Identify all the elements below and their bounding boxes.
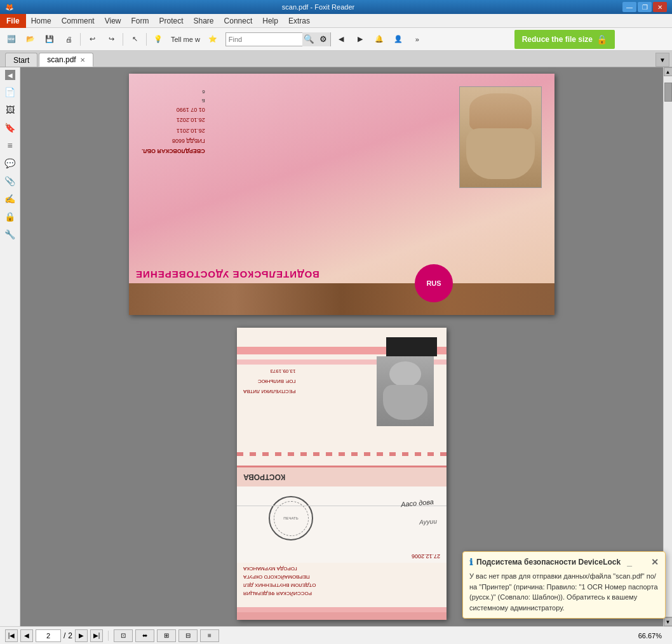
alert-btn[interactable]: 🔔 (370, 30, 388, 48)
actual-size-btn[interactable]: ⊞ (157, 629, 176, 642)
search-input[interactable] (226, 36, 302, 43)
tab-start-label: Start (13, 56, 29, 65)
search-options-btn[interactable]: ⚙ (316, 32, 330, 46)
sidebar-thumbnail-btn[interactable]: 🖼 (2, 102, 18, 118)
title-bar: 🦊 scan.pdf - Foxit Reader — ❐ ✕ (0, 0, 672, 14)
passport-date: 27.12.2006 (412, 553, 440, 560)
info-icon: ℹ (469, 557, 473, 567)
two-page-btn[interactable]: ⊟ (178, 629, 198, 642)
page-separator: / (64, 631, 65, 640)
prev-page-btn[interactable]: ◀ (20, 629, 33, 642)
fit-page-btn[interactable]: ⊡ (114, 629, 133, 642)
connect-menu[interactable]: Connect (219, 14, 258, 28)
restore-button[interactable]: ❐ (638, 2, 652, 12)
menu-bar: File Home Comment View Form Protect Shar… (0, 14, 672, 28)
protect-menu[interactable]: Protect (154, 14, 189, 28)
favorite-btn[interactable]: ⭐ (204, 30, 222, 48)
undo-btn[interactable]: ↩ (83, 30, 101, 48)
sidebar-attach-btn[interactable]: 📎 (2, 173, 18, 189)
page-2: РЕСПУБЛИКИ ЛИТВА ГОР. ВИЛЬНЮС 13.09.1973… (237, 328, 447, 620)
passport-text-lines: РЕСПУБЛИКИ ЛИТВА ГОР. ВИЛЬНЮС 13.09.1973 (243, 366, 295, 396)
tell-me-icon: 💡 (149, 30, 167, 48)
search-box[interactable]: 🔍 ⚙ (225, 32, 331, 46)
view-menu[interactable]: View (100, 14, 126, 28)
title-bar-controls: — ❐ ✕ (622, 2, 667, 12)
tab-dropdown-btn[interactable]: ▼ (655, 53, 669, 67)
id-card-image: СВЕРДЛОВСКАЯ ОБЛ. ГИБДД 6608 26.10.2011 … (129, 74, 554, 315)
prev-result-btn[interactable]: ◀ (332, 30, 350, 48)
passport-city: ГОРОДА МУРМАНСКА (243, 566, 297, 572)
toolbar-sep2 (123, 33, 123, 46)
left-sidebar: ◀ 📄 🖼 🔖 ≡ 💬 📎 ✍ 🔒 🔧 (0, 67, 20, 626)
print-btn[interactable]: 🖨 (60, 30, 77, 48)
sidebar-layers-btn[interactable]: ≡ (2, 137, 18, 154)
comment-menu[interactable]: Comment (57, 14, 100, 28)
passport-district: ПЕРВОМАЙСКОГО ОКРУГА (243, 574, 310, 580)
help-menu[interactable]: Help (257, 14, 283, 28)
home-menu[interactable]: Home (26, 14, 57, 28)
fit-width-btn[interactable]: ⬌ (135, 629, 154, 642)
scroll-track (664, 76, 673, 617)
notification-body: У вас нет прав для отправки данных/файла… (469, 571, 659, 613)
form-menu[interactable]: Form (126, 14, 154, 28)
sidebar-security-btn[interactable]: 🔒 (2, 208, 18, 225)
title-bar-left: 🦊 (5, 3, 14, 11)
scroll-up-btn[interactable]: ▲ (664, 67, 673, 76)
tab-close-icon[interactable]: ✕ (80, 57, 85, 64)
notification-close-btn[interactable]: ✕ (651, 557, 659, 567)
sidebar-tools-btn[interactable]: 🔧 (2, 226, 18, 243)
redo-btn[interactable]: ↪ (102, 30, 120, 48)
close-button[interactable]: ✕ (653, 2, 667, 12)
passport-photo (377, 356, 434, 426)
notification-popup: ℹ Подсистема безопасности DeviceLock _ ✕… (462, 551, 666, 619)
next-page-btn[interactable]: ▶ (75, 629, 88, 642)
scroll-thumb[interactable] (664, 83, 672, 102)
sidebar-navigate-btn[interactable]: 📄 (2, 84, 18, 100)
zoom-display: 66.67% (638, 632, 667, 640)
notification-header: ℹ Подсистема безопасности DeviceLock _ ✕ (469, 557, 659, 567)
search-button[interactable]: 🔍 (302, 32, 316, 46)
tab-scan-label: scan.pdf (47, 55, 76, 64)
reduce-btn-label: Reduce the file size (522, 35, 593, 44)
open-btn[interactable]: 📂 (22, 30, 39, 48)
file-menu[interactable]: File (0, 14, 26, 28)
save-btn[interactable]: 💾 (41, 30, 58, 48)
rus-badge: RUS (415, 264, 453, 302)
next-result-btn[interactable]: ▶ (351, 30, 369, 48)
tab-scan-pdf[interactable]: scan.pdf ✕ (39, 53, 93, 67)
main-layout: ◀ 📄 🖼 🔖 ≡ 💬 📎 ✍ 🔒 🔧 (0, 67, 672, 626)
first-page-btn[interactable]: |◀ (5, 629, 18, 642)
share-menu[interactable]: Share (189, 14, 219, 28)
passport-image: РЕСПУБЛИКИ ЛИТВА ГОР. ВИЛЬНЮС 13.09.1973… (237, 328, 447, 620)
id-card-photo (459, 86, 542, 188)
lock-icon: 🔒 (596, 34, 607, 44)
reduce-file-size-button[interactable]: Reduce the file size 🔒 (514, 30, 615, 49)
scroll-down-btn[interactable]: ▼ (664, 617, 673, 626)
sidebar-comments-btn[interactable]: 💬 (2, 155, 18, 171)
id-card-lines: СВЕРДЛОВСКАЯ ОБЛ. ГИБДД 6608 26.10.2011 … (142, 86, 205, 156)
sidebar-sign-btn[interactable]: ✍ (2, 191, 18, 207)
tab-bar: Start scan.pdf ✕ ▼ (0, 51, 672, 67)
sidebar-collapse-btn[interactable]: ◀ (5, 70, 15, 80)
passport-name: КОСТРОВА (243, 473, 285, 481)
passport-country: РОССИЙСКАЯ ФЕДЕРАЦИЯ (243, 591, 312, 596)
expand-btn[interactable]: » (408, 30, 426, 48)
sidebar-bookmark-btn[interactable]: 🔖 (2, 119, 18, 136)
window-title: scan.pdf - Foxit Reader (14, 3, 622, 11)
last-page-btn[interactable]: ▶| (90, 629, 103, 642)
content-area: СВЕРДЛОВСКАЯ ОБЛ. ГИБДД 6608 26.10.2011 … (20, 67, 663, 626)
extras-menu[interactable]: Extras (283, 14, 315, 28)
notification-minimize-btn[interactable]: _ (627, 557, 632, 567)
page-number-input[interactable]: 2 (36, 629, 61, 642)
user-btn[interactable]: 👤 (389, 30, 407, 48)
bottom-sep1 (108, 631, 109, 641)
tab-start[interactable]: Start (5, 53, 37, 67)
cursor-btn[interactable]: ↖ (126, 30, 144, 48)
bottom-toolbar: |◀ ◀ 2 / 2 ▶ ▶| ⊡ ⬌ ⊞ ⊟ ≡ 66.67% (0, 626, 672, 644)
continuous-btn[interactable]: ≡ (200, 629, 219, 642)
tell-me-text[interactable]: Tell me w (168, 30, 203, 48)
right-scrollbar: ▲ ▼ (663, 67, 672, 626)
new-btn[interactable]: 🆕 (3, 30, 20, 48)
minimize-button[interactable]: — (622, 2, 636, 12)
passport-dept: ОТДЕЛОМ ВНУТРЕННИХ ДЕЛ (243, 582, 316, 588)
